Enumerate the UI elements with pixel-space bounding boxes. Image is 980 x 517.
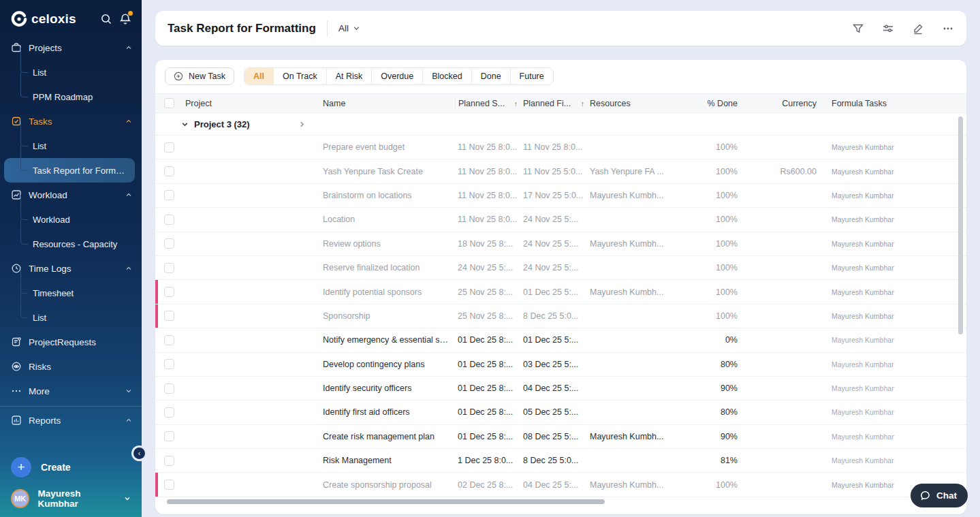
horizontal-scrollbar[interactable] bbox=[167, 499, 605, 504]
task-name-cell[interactable]: Notify emergency & essential ser... bbox=[320, 335, 455, 345]
column-header-resources[interactable]: Resources bbox=[587, 99, 682, 108]
more-icon bbox=[11, 386, 22, 396]
user-menu[interactable]: MK Mayuresh Kumbhar bbox=[11, 488, 131, 509]
table-row[interactable]: Risk Management1 Dec 25 8:0...8 Dec 25 5… bbox=[155, 449, 966, 473]
more-ellipsis-icon[interactable] bbox=[942, 22, 954, 35]
task-name-cell[interactable]: Location bbox=[320, 215, 455, 224]
sidebar-nav: ProjectsListPPM RoadmapTasksListTask Rep… bbox=[0, 35, 142, 433]
task-name-cell[interactable]: Identify security officers bbox=[320, 383, 455, 393]
filter-tab-done[interactable]: Done bbox=[472, 68, 511, 84]
column-header-name[interactable]: Name bbox=[320, 99, 455, 108]
vertical-scrollbar[interactable] bbox=[958, 116, 963, 334]
row-checkbox[interactable] bbox=[164, 311, 174, 321]
sidebar-item-label: List bbox=[33, 67, 132, 78]
sidebar-item-projectrequests[interactable]: ProjectRequests bbox=[0, 330, 142, 354]
table-row[interactable]: Yash Yenpure Task Create11 Nov 25 8:0...… bbox=[155, 159, 966, 183]
task-name-cell[interactable]: Reserve finalized location bbox=[320, 263, 455, 272]
chat-button[interactable]: Chat bbox=[911, 484, 968, 507]
task-name-cell[interactable]: Identify potential sponsors bbox=[320, 287, 455, 297]
task-name-cell[interactable]: Develop contingency plans bbox=[320, 360, 455, 369]
select-all-checkbox[interactable] bbox=[164, 98, 174, 108]
sidebar-collapse-button[interactable]: ‹ bbox=[131, 445, 147, 461]
sidebar-item-task-report-for-forma[interactable]: Task Report for Forma... bbox=[4, 158, 135, 183]
table-row[interactable]: Prepare event budget11 Nov 25 8:0...11 N… bbox=[155, 136, 966, 159]
task-name-cell[interactable]: Risk Management bbox=[320, 456, 455, 465]
task-name-cell[interactable]: Create sponsorship proposal bbox=[320, 480, 455, 490]
table-row[interactable]: Location11 Nov 25 8:0...24 Nov 25 5:...1… bbox=[155, 208, 966, 232]
table-row[interactable]: Identify first aid officers01 Dec 25 8:.… bbox=[155, 401, 966, 424]
planned-start-label: Planned S... bbox=[458, 99, 505, 108]
row-checkbox[interactable] bbox=[164, 263, 174, 273]
row-checkbox[interactable] bbox=[164, 166, 174, 176]
row-checkbox[interactable] bbox=[164, 480, 174, 490]
table-row[interactable]: Sponsorship25 Nov 25 8:...8 Dec 25 5:0..… bbox=[155, 304, 966, 328]
row-checkbox[interactable] bbox=[164, 456, 174, 466]
row-checkbox[interactable] bbox=[164, 142, 174, 153]
filter-tab-blocked[interactable]: Blocked bbox=[423, 68, 471, 84]
done-cell: 80% bbox=[682, 360, 740, 369]
settings-sliders-icon[interactable] bbox=[882, 22, 894, 35]
row-checkbox[interactable] bbox=[164, 431, 174, 441]
table-row[interactable]: Notify emergency & essential ser...01 De… bbox=[155, 328, 966, 352]
row-checkbox[interactable] bbox=[164, 238, 174, 249]
search-icon[interactable] bbox=[99, 12, 113, 26]
bell-icon[interactable] bbox=[118, 12, 132, 26]
filter-tab-all[interactable]: All bbox=[244, 68, 274, 84]
table-row[interactable]: Identify security officers01 Dec 25 8:..… bbox=[155, 377, 966, 401]
row-checkbox[interactable] bbox=[164, 407, 174, 418]
edit-pencil-icon[interactable] bbox=[912, 22, 924, 35]
sidebar-item-label: More bbox=[29, 386, 118, 396]
column-header-formula-tasks[interactable]: Formula Tasks bbox=[819, 99, 966, 108]
table-row[interactable]: Develop contingency plans01 Dec 25 8:...… bbox=[155, 353, 966, 377]
filter-icon[interactable] bbox=[852, 22, 864, 35]
task-name-cell[interactable]: Review options bbox=[320, 239, 455, 249]
row-checkbox[interactable] bbox=[164, 287, 174, 297]
column-header-planned-finish[interactable]: Planned Fi... ↑ bbox=[520, 99, 587, 108]
task-name-cell[interactable]: Brainstorm on locations bbox=[320, 191, 455, 200]
sidebar-item-resources-capacity[interactable]: Resources - Capacity bbox=[0, 232, 142, 256]
done-cell: 100% bbox=[682, 263, 740, 272]
done-cell: 90% bbox=[682, 383, 740, 393]
task-name-cell[interactable]: Yash Yenpure Task Create bbox=[320, 167, 455, 176]
table-row[interactable]: Identify potential sponsors25 Nov 25 8:.… bbox=[155, 280, 966, 304]
sidebar-item-reports[interactable]: Reports bbox=[0, 408, 142, 433]
scope-dropdown[interactable]: All bbox=[338, 23, 360, 33]
table-row[interactable]: Create sponsorship proposal02 Dec 25 8:.… bbox=[155, 473, 966, 497]
row-checkbox[interactable] bbox=[164, 359, 174, 369]
row-checkbox[interactable] bbox=[164, 335, 174, 345]
planned-finish-cell: 11 Nov 25 5:0... bbox=[520, 167, 587, 176]
task-name-cell[interactable]: Prepare event budget bbox=[320, 142, 455, 152]
sidebar-item-ppm-roadmap[interactable]: PPM Roadmap bbox=[0, 84, 142, 109]
row-checkbox[interactable] bbox=[164, 215, 174, 225]
table-row[interactable]: Brainstorm on locations11 Nov 25 8:0...1… bbox=[155, 184, 966, 208]
row-checkbox[interactable] bbox=[164, 383, 174, 394]
filter-tab-at-risk[interactable]: At Risk bbox=[327, 68, 373, 84]
planned-finish-cell: 24 Nov 25 5:... bbox=[520, 215, 587, 224]
reports-icon bbox=[11, 415, 22, 426]
new-task-button[interactable]: New Task bbox=[165, 67, 234, 85]
task-name-cell[interactable]: Sponsorship bbox=[320, 311, 455, 321]
table-row[interactable]: Reserve finalized location24 Nov 25 5:..… bbox=[155, 256, 966, 280]
column-header-project[interactable]: Project bbox=[183, 99, 320, 108]
table-row[interactable]: Review options18 Nov 25 8:...24 Nov 25 5… bbox=[155, 232, 966, 256]
table-row[interactable]: Create risk management plan01 Dec 25 8:.… bbox=[155, 425, 966, 449]
filter-tab-on-track[interactable]: On Track bbox=[274, 68, 327, 84]
task-name-cell[interactable]: Create risk management plan bbox=[320, 432, 455, 441]
filter-tab-overdue[interactable]: Overdue bbox=[372, 68, 423, 84]
sidebar-item-risks[interactable]: Risks bbox=[0, 354, 142, 379]
done-cell: 100% bbox=[682, 215, 740, 224]
column-header-currency[interactable]: Currency bbox=[740, 99, 819, 108]
create-button[interactable]: + Create bbox=[11, 457, 131, 477]
sidebar-item-more[interactable]: More bbox=[0, 379, 142, 403]
celoxis-logo[interactable]: celoxis bbox=[11, 11, 94, 27]
chat-bubble-icon bbox=[919, 490, 931, 501]
flag-bar bbox=[155, 280, 158, 303]
column-header-done[interactable]: % Done bbox=[682, 99, 740, 108]
column-header-planned-start[interactable]: Planned S... ↑ bbox=[455, 99, 520, 108]
task-name-cell[interactable]: Identify first aid officers bbox=[320, 407, 455, 417]
filter-tab-future[interactable]: Future bbox=[511, 68, 553, 84]
group-row[interactable]: Project 3 (32) bbox=[155, 113, 966, 136]
row-checkbox[interactable] bbox=[164, 190, 174, 200]
sidebar-item-list[interactable]: List bbox=[0, 305, 142, 330]
sidebar-item-label: ProjectRequests bbox=[29, 337, 132, 347]
